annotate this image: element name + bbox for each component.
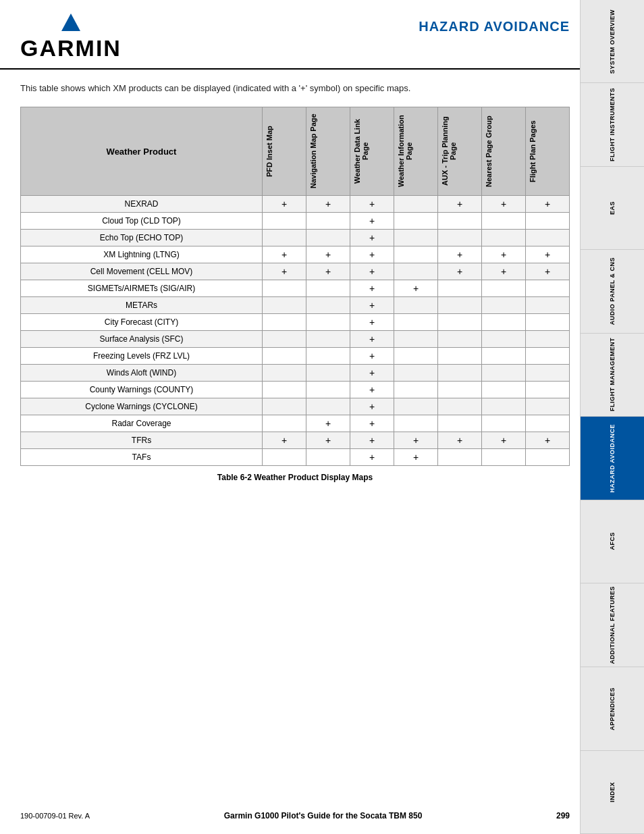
row-label-8: Surface Analysis (SFC): [21, 331, 263, 348]
sidebar-tab-4[interactable]: FLIGHT MANAGEMENT: [581, 334, 644, 417]
cell-0-2: +: [350, 196, 394, 213]
cell-0-6: +: [526, 196, 570, 213]
table-col-header-weather-product: Weather Product: [21, 107, 263, 196]
table-row: Cyclone Warnings (CYCLONE)+: [21, 398, 570, 415]
cell-1-6: [526, 213, 570, 230]
table-row: TAFs++: [21, 449, 570, 466]
cell-15-2: +: [350, 449, 394, 466]
cell-2-1: [306, 230, 350, 246]
cell-3-3: [394, 246, 438, 263]
cell-9-6: [526, 348, 570, 365]
table-row: SIGMETs/AIRMETs (SIG/AIR)++: [21, 280, 570, 297]
cell-11-6: [526, 382, 570, 398]
cell-3-6: +: [526, 246, 570, 263]
col-header-nav-map-page: Navigation Map Page: [306, 107, 350, 196]
cell-3-2: +: [350, 246, 394, 263]
sidebar-tab-label-6: AFCS: [609, 532, 616, 550]
cell-5-1: [306, 280, 350, 297]
sidebar-tab-9[interactable]: INDEX: [581, 751, 644, 834]
cell-5-0: [263, 280, 306, 297]
cell-14-6: +: [526, 432, 570, 449]
cell-9-5: [482, 348, 526, 365]
cell-1-5: [482, 213, 526, 230]
cell-10-3: [394, 365, 438, 382]
cell-3-1: +: [306, 246, 350, 263]
cell-6-5: [482, 297, 526, 314]
table-row: METARs+: [21, 297, 570, 314]
cell-4-0: +: [263, 263, 306, 280]
cell-0-3: [394, 196, 438, 213]
cell-10-6: [526, 365, 570, 382]
sidebar-tab-label-9: INDEX: [609, 782, 616, 802]
table-row: Cell Movement (CELL MOV)++++++: [21, 263, 570, 280]
cell-2-5: [482, 230, 526, 246]
logo-text: GARMIN: [20, 35, 122, 61]
sidebar-tab-1[interactable]: FLIGHT INSTRUMENTS: [581, 83, 644, 166]
cell-13-4: [438, 415, 482, 432]
sidebar-tab-6[interactable]: AFCS: [581, 500, 644, 583]
cell-12-1: [306, 398, 350, 415]
cell-10-2: +: [350, 365, 394, 382]
table-row: XM Lightning (LTNG)++++++: [21, 246, 570, 263]
cell-9-0: [263, 348, 306, 365]
table-row: Winds Aloft (WIND)+: [21, 365, 570, 382]
table-row: Cloud Top (CLD TOP)+: [21, 213, 570, 230]
row-label-9: Freezing Levels (FRZ LVL): [21, 348, 263, 365]
row-label-7: City Forecast (CITY): [21, 314, 263, 331]
cell-2-2: +: [350, 230, 394, 246]
cell-3-4: +: [438, 246, 482, 263]
cell-7-2: +: [350, 314, 394, 331]
cell-5-6: [526, 280, 570, 297]
cell-13-2: +: [350, 415, 394, 432]
cell-13-3: [394, 415, 438, 432]
row-label-1: Cloud Top (CLD TOP): [21, 213, 263, 230]
cell-0-4: +: [438, 196, 482, 213]
intro-paragraph: This table shows which XM products can b…: [20, 83, 570, 93]
sidebar-tab-0[interactable]: SYSTEM OVERVIEW: [581, 0, 644, 83]
cell-6-6: [526, 297, 570, 314]
cell-15-5: [482, 449, 526, 466]
table-row: NEXRAD++++++: [21, 196, 570, 213]
table-row: Freezing Levels (FRZ LVL)+: [21, 348, 570, 365]
cell-3-5: +: [482, 246, 526, 263]
sidebar-tab-label-7: ADDITIONAL FEATURES: [609, 586, 616, 664]
cell-9-1: [306, 348, 350, 365]
row-label-6: METARs: [21, 297, 263, 314]
cell-6-4: [438, 297, 482, 314]
table-row: County Warnings (COUNTY)+: [21, 382, 570, 398]
table-row: Radar Coverage++: [21, 415, 570, 432]
cell-7-5: [482, 314, 526, 331]
table-row: Echo Top (ECHO TOP)+: [21, 230, 570, 246]
sidebar-tab-8[interactable]: APPENDICES: [581, 667, 644, 750]
cell-14-4: +: [438, 432, 482, 449]
cell-12-6: [526, 398, 570, 415]
row-label-0: NEXRAD: [21, 196, 263, 213]
cell-2-6: [526, 230, 570, 246]
cell-1-0: [263, 213, 306, 230]
col-header-weather-info-page: Weather Information Page: [394, 107, 438, 196]
cell-10-4: [438, 365, 482, 382]
cell-7-3: [394, 314, 438, 331]
row-label-4: Cell Movement (CELL MOV): [21, 263, 263, 280]
cell-12-0: [263, 398, 306, 415]
sidebar-tab-3[interactable]: AUDIO PANEL & CNS: [581, 250, 644, 333]
row-label-14: TFRs: [21, 432, 263, 449]
cell-0-0: +: [263, 196, 306, 213]
sidebar-tab-7[interactable]: ADDITIONAL FEATURES: [581, 583, 644, 667]
cell-2-4: [438, 230, 482, 246]
cell-6-1: [306, 297, 350, 314]
main-content: This table shows which XM products can b…: [0, 70, 644, 496]
cell-7-6: [526, 314, 570, 331]
cell-5-5: [482, 280, 526, 297]
sidebar-tab-label-5: HAZARD AVOIDANCE: [609, 424, 616, 493]
cell-15-4: [438, 449, 482, 466]
cell-4-4: +: [438, 263, 482, 280]
cell-13-6: [526, 415, 570, 432]
cell-10-0: [263, 365, 306, 382]
sidebar-tab-5[interactable]: HAZARD AVOIDANCE: [581, 417, 644, 500]
cell-15-3: +: [394, 449, 438, 466]
cell-8-2: +: [350, 331, 394, 348]
sidebar-tab-2[interactable]: EAS: [581, 167, 644, 250]
cell-11-4: [438, 382, 482, 398]
weather-product-table: Weather Product PFD Inset Map Navigation…: [20, 107, 570, 466]
